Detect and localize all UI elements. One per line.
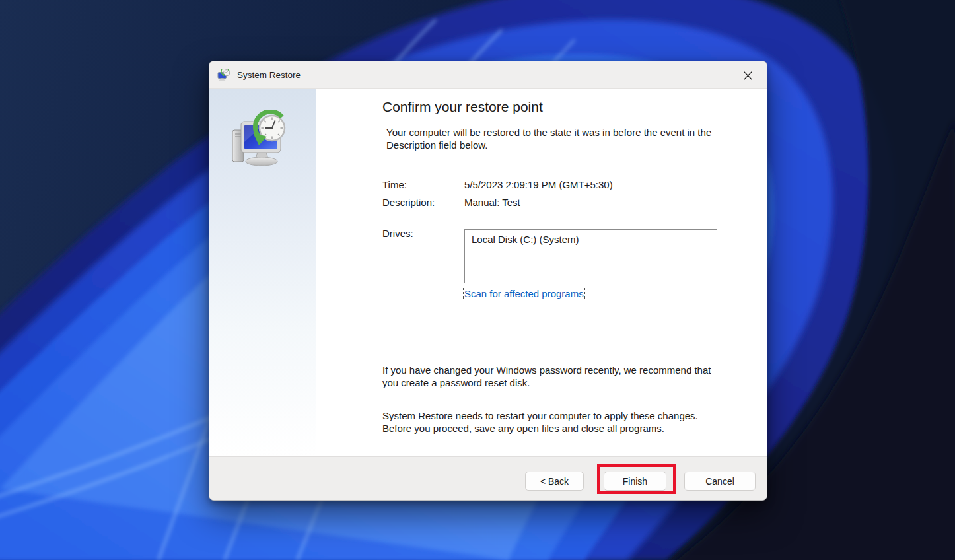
back-button[interactable]: < Back <box>525 472 584 491</box>
intro-text: Your computer will be restored to the st… <box>386 126 731 151</box>
drives-label: Drives: <box>382 228 413 239</box>
close-icon <box>743 71 753 81</box>
system-restore-icon <box>217 69 230 82</box>
system-restore-window: System Restore <box>209 61 767 501</box>
finish-button[interactable]: Finish <box>604 472 666 491</box>
drives-listbox[interactable]: Local Disk (C:) (System) <box>464 229 717 283</box>
password-note: If you have changed your Windows passwor… <box>382 364 729 389</box>
window-body: Confirm your restore point Your computer… <box>209 89 767 456</box>
wizard-side-panel <box>209 89 316 456</box>
titlebar: System Restore <box>209 61 767 89</box>
window-title: System Restore <box>237 70 301 80</box>
description-value: Manual: Test <box>464 197 520 208</box>
page-title: Confirm your restore point <box>382 99 543 115</box>
description-label: Description: <box>382 197 435 208</box>
wizard-content: Confirm your restore point Your computer… <box>316 89 767 456</box>
drive-item[interactable]: Local Disk (C:) (System) <box>472 234 710 245</box>
desktop: System Restore <box>0 0 955 560</box>
system-restore-large-icon <box>228 110 291 174</box>
close-button[interactable] <box>738 66 758 85</box>
scan-affected-programs-link[interactable]: Scan for affected programs <box>464 288 584 299</box>
time-value: 5/5/2023 2:09:19 PM (GMT+5:30) <box>464 179 613 190</box>
cancel-button[interactable]: Cancel <box>684 472 756 491</box>
restart-note: System Restore needs to restart your com… <box>382 409 729 435</box>
footer-bar: < Back Finish Cancel <box>209 456 767 500</box>
time-label: Time: <box>382 179 407 190</box>
